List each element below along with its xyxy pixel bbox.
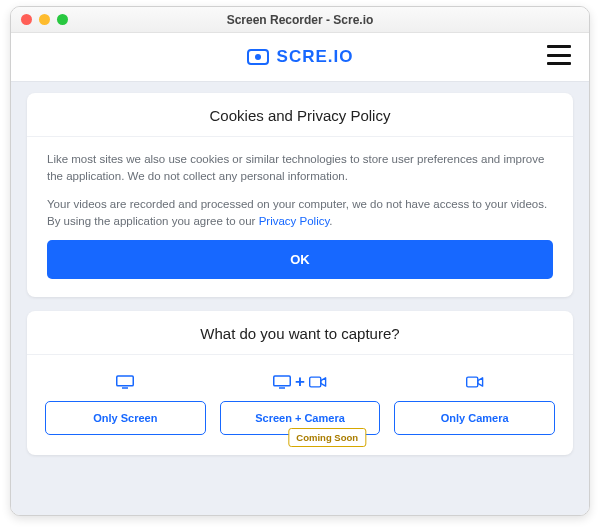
only-screen-button[interactable]: Only Screen <box>45 401 206 435</box>
zoom-icon[interactable] <box>57 14 68 25</box>
app-window: Screen Recorder - Scre.io SCRE.IO Cookie… <box>10 6 590 516</box>
plus-icon: + <box>295 372 305 392</box>
app-body: SCRE.IO Cookies and Privacy Policy Like … <box>11 33 589 515</box>
svg-rect-3 <box>279 387 285 389</box>
ok-button[interactable]: OK <box>47 240 553 279</box>
svg-rect-5 <box>466 377 477 387</box>
content: Cookies and Privacy Policy Like most sit… <box>11 81 589 515</box>
privacy-p2: Your videos are recorded and processed o… <box>47 196 553 231</box>
window-title: Screen Recorder - Scre.io <box>11 13 589 27</box>
option-only-screen: Only Screen <box>45 371 206 435</box>
privacy-heading: Cookies and Privacy Policy <box>27 93 573 137</box>
screen-plus-camera-icon: + <box>220 371 381 393</box>
svg-rect-2 <box>274 376 291 386</box>
capture-card: What do you want to capture? Only Screen… <box>27 311 573 455</box>
only-camera-button[interactable]: Only Camera <box>394 401 555 435</box>
privacy-body: Like most sites we also use cookies or s… <box>27 137 573 297</box>
svg-rect-4 <box>310 377 321 387</box>
brand-logo-icon <box>247 49 269 65</box>
menu-icon[interactable] <box>547 45 571 65</box>
coming-soon-badge: Coming Soon <box>288 428 366 447</box>
brand-name: SCRE.IO <box>277 47 354 67</box>
privacy-p2b: . <box>329 215 332 227</box>
privacy-policy-link[interactable]: Privacy Policy <box>259 215 330 227</box>
minimize-icon[interactable] <box>39 14 50 25</box>
brand: SCRE.IO <box>247 47 354 67</box>
app-header: SCRE.IO <box>11 33 589 81</box>
titlebar: Screen Recorder - Scre.io <box>11 7 589 33</box>
camera-icon <box>394 371 555 393</box>
capture-heading: What do you want to capture? <box>27 311 573 355</box>
svg-rect-0 <box>117 376 134 386</box>
close-icon[interactable] <box>21 14 32 25</box>
option-screen-camera: + Screen + Camera Coming Soon <box>220 371 381 435</box>
privacy-p1: Like most sites we also use cookies or s… <box>47 151 553 186</box>
privacy-card: Cookies and Privacy Policy Like most sit… <box>27 93 573 297</box>
traffic-lights <box>11 14 68 25</box>
capture-options: Only Screen + Screen + Camera Coming Soo… <box>27 355 573 455</box>
svg-rect-1 <box>122 387 128 389</box>
screen-icon <box>45 371 206 393</box>
option-only-camera: Only Camera <box>394 371 555 435</box>
